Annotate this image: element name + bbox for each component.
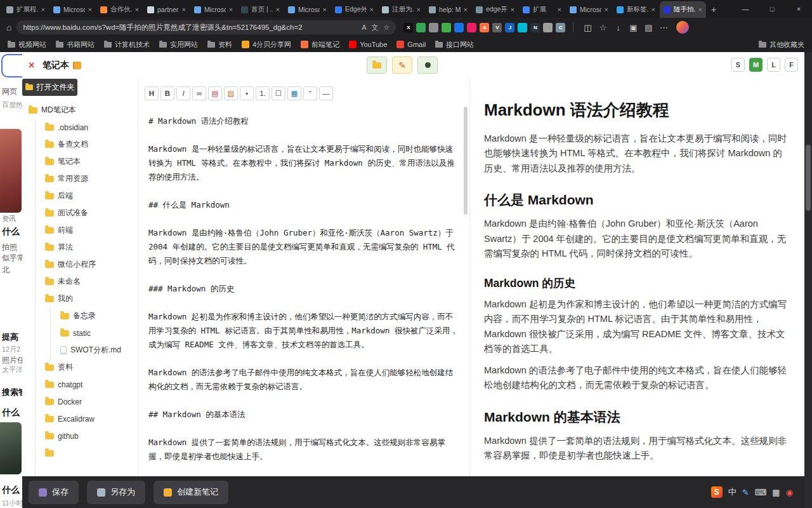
other-bookmarks-folder[interactable]: 其他收藏夹	[759, 40, 804, 50]
create-new-note-button[interactable]: 创建新笔记	[154, 481, 228, 504]
tree-item[interactable]: 后端	[22, 187, 138, 204]
tree-item[interactable]: static	[22, 324, 138, 342]
green-ext-icon[interactable]	[416, 23, 426, 32]
browser-tab[interactable]: Microso... ×	[284, 1, 331, 18]
bullet-list-icon[interactable]: •	[240, 86, 254, 100]
x-ext-icon[interactable]: X	[403, 23, 413, 32]
split-screen-icon[interactable]: ◫	[581, 23, 594, 32]
diamond-ext-icon[interactable]	[518, 23, 527, 32]
tree-item[interactable]: 未命名	[22, 273, 138, 290]
profile-avatar[interactable]	[676, 21, 689, 34]
tree-item[interactable]: 笔记本	[22, 153, 138, 170]
ime-pen-icon[interactable]: ✎	[742, 488, 749, 497]
bookmark-item[interactable]: 实用网站	[159, 40, 198, 50]
scrollbar-thumb[interactable]	[806, 145, 811, 211]
browser-tab[interactable]: Edge外'... ×	[331, 1, 377, 18]
window-close-button[interactable]: ×	[785, 0, 812, 18]
tree-item[interactable]: Docker	[22, 393, 138, 410]
bookmark-item[interactable]: 书籍网站	[56, 40, 95, 50]
bookmark-item[interactable]: 前端笔记	[301, 40, 339, 50]
browser-tab[interactable]: 首页 | ... ×	[237, 1, 284, 18]
open-folder-button[interactable]: 打开文件夹	[22, 79, 77, 96]
c-ext-icon[interactable]: C	[556, 23, 565, 32]
size-s-button[interactable]: S	[731, 58, 745, 72]
link-icon[interactable]: ∞	[192, 86, 206, 100]
browser-tab[interactable]: 扩展 ×	[519, 1, 565, 18]
tab-close-icon[interactable]: ×	[605, 6, 608, 13]
tab-close-icon[interactable]: ×	[558, 6, 561, 13]
ime-record-icon[interactable]: ◉	[786, 488, 793, 497]
capture-icon[interactable]: ▣	[627, 23, 639, 32]
tree-item[interactable]: 资料	[22, 359, 138, 376]
tab-close-icon[interactable]: ×	[464, 6, 468, 13]
tab-close-icon[interactable]: ×	[652, 6, 655, 13]
clip-ext-icon[interactable]	[442, 23, 451, 32]
sogou-ime-logo[interactable]: S	[711, 486, 723, 498]
ordered-list-icon[interactable]: 1.	[256, 86, 270, 100]
window-minimize-button[interactable]: —	[732, 0, 759, 18]
favorites-icon[interactable]: ☆	[596, 23, 609, 32]
doc-ext-icon[interactable]	[543, 23, 553, 32]
pink-ext-icon[interactable]	[467, 23, 476, 32]
j-ext-icon[interactable]: J	[505, 23, 514, 32]
editor-scrollbar[interactable]	[464, 107, 468, 215]
tab-close-icon[interactable]: ×	[41, 6, 45, 13]
browser-tab[interactable]: 扩展程... ×	[3, 1, 49, 18]
tab-close-icon[interactable]: ×	[511, 6, 514, 13]
tree-item[interactable]: 备查文档	[22, 136, 138, 153]
tree-item[interactable]: 备忘录	[22, 307, 138, 324]
window-maximize-button[interactable]: □	[759, 0, 785, 18]
editor-textarea[interactable]: # Markdown 语法介绍教程 Markdown 是一种轻量级的标记语言，旨…	[138, 100, 469, 476]
browser-tab[interactable]: Microso... ×	[190, 1, 237, 18]
tree-item[interactable]: 我的	[22, 290, 138, 307]
browser-tab[interactable]: 合作伙... ×	[96, 1, 143, 18]
hr-icon[interactable]: —	[319, 86, 333, 100]
a-ext-icon[interactable]: A	[480, 23, 489, 32]
bookmark-item[interactable]: YouTube	[349, 41, 387, 48]
tree-item[interactable]: .obsidian	[22, 119, 138, 136]
bookmark-item[interactable]: 接口网站	[435, 40, 474, 50]
tab-close-icon[interactable]: ×	[182, 6, 186, 13]
tab-close-icon[interactable]: ×	[229, 6, 233, 13]
new-tab-button[interactable]: +	[706, 1, 721, 18]
browser-tab[interactable]: help: M... ×	[425, 1, 471, 18]
tab-close-icon[interactable]: ×	[135, 6, 139, 13]
read-aloud-icon[interactable]: A	[362, 23, 366, 31]
tab-close-icon[interactable]: ×	[276, 6, 280, 13]
translate-icon[interactable]: 文	[372, 23, 379, 32]
edit-view-button[interactable]	[392, 57, 412, 74]
browser-tab[interactable]: partner... ×	[143, 1, 190, 18]
tree-item[interactable]: SWOT分析.md	[22, 342, 138, 359]
workspaces-icon[interactable]: ▤	[642, 23, 655, 32]
bookmark-item[interactable]: 资料	[207, 40, 232, 50]
image-edit-icon[interactable]: ▧	[224, 86, 238, 100]
tab-close-icon[interactable]: ×	[370, 6, 374, 13]
image-icon[interactable]: ▤	[208, 86, 222, 100]
size-m-button[interactable]: M	[749, 58, 763, 72]
quote-icon[interactable]: “	[303, 86, 317, 100]
tree-item[interactable]: 微信小程序	[22, 256, 138, 273]
ime-chinese-mode[interactable]: 中	[728, 486, 737, 498]
tab-close-icon[interactable]: ×	[698, 6, 702, 13]
tree-item[interactable]: 算法	[22, 239, 138, 256]
blue-ext-icon[interactable]	[454, 23, 464, 32]
table-icon[interactable]: ▦	[287, 86, 301, 100]
bookmark-item[interactable]: 计算机技术	[104, 40, 150, 50]
ime-toolbox-icon[interactable]: ▦	[772, 488, 780, 497]
bold-icon[interactable]: B	[160, 86, 174, 100]
browser-tab[interactable]: Microso... ×	[49, 1, 96, 18]
tree-item[interactable]: MD笔记本	[22, 102, 138, 119]
tree-item[interactable]: 面试准备	[22, 204, 138, 222]
url-text[interactable]: https://www.baidu.com/s?wd=随手拍的照片竟然成了泄密源…	[23, 23, 357, 32]
downloads-icon[interactable]: ↓	[612, 23, 624, 32]
save-as-button[interactable]: 另存为	[87, 481, 145, 504]
close-icon[interactable]: ×	[29, 60, 41, 71]
tree-item[interactable]: github	[22, 427, 138, 444]
bookmark-item[interactable]: 4分贝分享网	[242, 40, 291, 50]
tree-item[interactable]: chatgpt	[22, 376, 138, 393]
tree-item[interactable]: 前端	[22, 222, 138, 239]
ime-keyboard-icon[interactable]: ⌨	[755, 488, 767, 497]
browser-tab[interactable]: 新标签... ×	[613, 1, 659, 18]
browser-tab[interactable]: 随手拍... ×	[660, 1, 706, 18]
notes-ext-icon[interactable]	[429, 23, 438, 32]
